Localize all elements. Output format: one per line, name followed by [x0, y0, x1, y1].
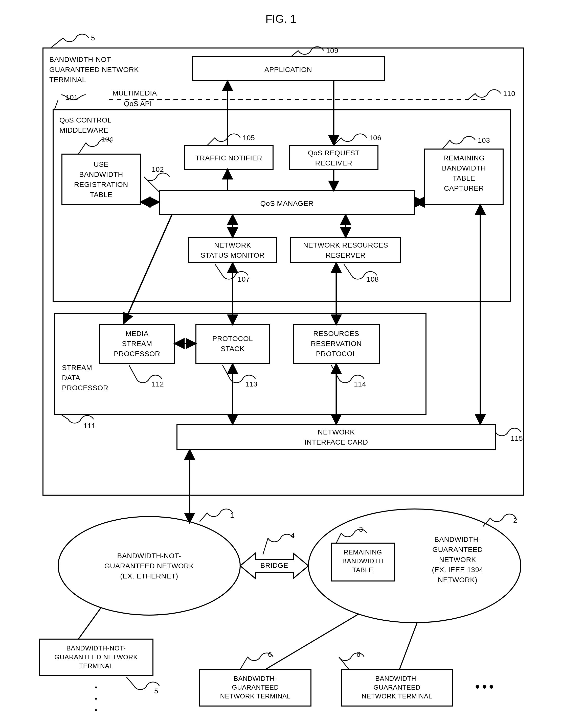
nic-2: INTERFACE CARD [305, 438, 368, 446]
net2-1: BANDWIDTH- [434, 536, 481, 543]
qos-manager-label: QoS MANAGER [260, 200, 314, 207]
ref-6a: 6 [268, 650, 272, 658]
ref-108: 108 [367, 275, 379, 283]
remaining-3: TABLE [453, 174, 475, 182]
svg-line-6 [334, 138, 341, 145]
svg-line-9 [215, 264, 222, 275]
net1-3: (EX. ETHERNET) [120, 572, 178, 580]
bng-term-1: BANDWIDTH-NOT- [66, 644, 126, 652]
svg-line-22 [339, 657, 349, 669]
ref-105: 105 [243, 134, 255, 142]
resres-1: RESOURCES [313, 330, 359, 337]
use-bw-1: USE [93, 160, 108, 168]
use-bw-4: TABLE [90, 191, 112, 199]
ref-1: 1 [230, 512, 234, 519]
line-net2-term1 [265, 614, 359, 669]
bg-term-2a: GUARANTEED [232, 684, 279, 691]
nic-1: NETWORK [318, 428, 355, 436]
net-status-2: STATUS MONITOR [201, 251, 265, 259]
ellipsis-icon: ••• [475, 680, 496, 694]
ref-111: 111 [83, 422, 96, 430]
ref-106: 106 [369, 134, 381, 142]
resres-3: PROTOCOL [316, 350, 357, 358]
ref-6b: 6 [357, 650, 361, 658]
ref-109: 109 [326, 47, 338, 55]
terminal-label-3: TERMINAL [49, 76, 86, 84]
svg-line-11 [61, 414, 68, 419]
qos-req-2: RECEIVER [315, 159, 352, 167]
bg-term-2b: GUARANTEED [374, 684, 421, 691]
api-label: MULTIMEDIA [112, 89, 157, 97]
stream-1: STREAM [62, 364, 92, 372]
ref-107: 107 [238, 275, 250, 283]
net-status-1: NETWORK [214, 241, 251, 249]
svg-line-8 [144, 177, 159, 192]
bng-term-2: GUARANTEED NETWORK [54, 653, 138, 661]
svg-line-1 [291, 51, 298, 57]
bg-term-1a: BANDWIDTH- [233, 675, 277, 682]
net1-1: BANDWIDTH-NOT- [117, 552, 181, 560]
media-3: PROCESSOR [114, 350, 160, 358]
svg-line-12 [129, 365, 136, 379]
ref-4: 4 [291, 532, 295, 540]
use-bw-2: BANDWIDTH [79, 171, 123, 178]
net2-3: NETWORK [439, 556, 476, 564]
line-net2-term2 [400, 623, 417, 669]
figure-title: FIG. 1 [265, 13, 296, 25]
svg-line-13 [222, 365, 230, 379]
bng-term-3: TERMINAL [79, 662, 113, 670]
bridge-label: BRIDGE [260, 562, 288, 569]
rbt-1: REMAINING [344, 548, 382, 556]
svg-line-5 [207, 138, 215, 145]
svg-line-0 [51, 38, 63, 48]
svg-line-21 [240, 657, 248, 669]
svg-line-14 [331, 365, 339, 379]
ref-113: 113 [245, 380, 257, 388]
net2-4: (EX. IEEE 1394 [432, 566, 483, 574]
remaining-4: CAPTURER [444, 184, 484, 192]
terminal-box [43, 48, 523, 495]
ref-102: 102 [152, 165, 164, 173]
svg-line-16 [200, 513, 207, 522]
net1-2: GUARANTEED NETWORK [104, 562, 194, 570]
svg-line-20 [126, 677, 134, 686]
terminal-label-2: GUARANTEED NETWORK [49, 66, 139, 74]
figure-svg: FIG. 1 5 BANDWIDTH-NOT- GUARANTEED NETWO… [0, 0, 562, 728]
ref-3: 3 [359, 525, 363, 533]
stream-2: DATA [62, 374, 80, 382]
rbt-2: BANDWIDTH [342, 557, 383, 565]
qos-req-1: QoS REQUEST [308, 149, 360, 157]
stream-3: PROCESSOR [62, 384, 108, 392]
svg-line-18 [336, 533, 341, 543]
ref-2: 2 [513, 517, 517, 524]
resres-2: RESERVATION [311, 340, 362, 348]
bg-term-1b: BANDWIDTH- [375, 675, 418, 682]
line-net1-term [78, 608, 101, 639]
dots-v2: • [95, 695, 97, 702]
remaining-2: BANDWIDTH [442, 164, 486, 172]
net2-5: NETWORK) [438, 576, 477, 584]
dots-v1: • [95, 683, 97, 691]
middleware-label-2: MIDDLEWARE [59, 126, 108, 134]
svg-line-10 [344, 264, 352, 275]
ref-114: 114 [354, 380, 366, 388]
media-1: MEDIA [125, 330, 148, 337]
ref-5b: 5 [154, 687, 158, 695]
protocol-box [196, 325, 269, 364]
dots-v3: • [95, 706, 97, 714]
svg-line-4 [78, 143, 86, 154]
ref-112: 112 [152, 380, 164, 388]
rbt-3: TABLE [353, 566, 374, 574]
svg-line-19 [263, 538, 268, 554]
arrow-mgr-media [124, 215, 172, 323]
svg-line-7 [442, 140, 450, 149]
net-res-2: RESERVER [326, 251, 366, 259]
remaining-1: REMAINING [443, 154, 484, 162]
proto-2: STACK [221, 345, 244, 353]
middleware-label-1: QoS CONTROL [59, 116, 111, 124]
use-bw-3: REGISTRATION [74, 181, 128, 188]
media-2: STREAM [122, 340, 152, 348]
bg-term-3a: NETWORK TERMINAL [220, 692, 291, 700]
net-res-1: NETWORK RESOURCES [303, 241, 388, 249]
application-label: APPLICATION [264, 66, 312, 74]
